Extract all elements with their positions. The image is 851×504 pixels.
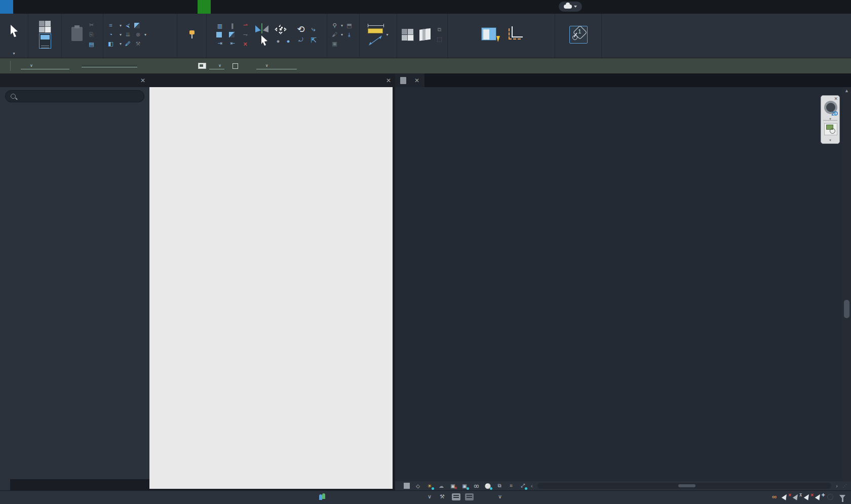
demolish-icon[interactable]: ⚒ bbox=[134, 40, 142, 48]
mirror-icon[interactable] bbox=[216, 32, 222, 37]
detail-level-icon[interactable] bbox=[404, 483, 410, 489]
worksharing-icon[interactable] bbox=[319, 493, 326, 500]
split-icon[interactable] bbox=[229, 32, 235, 37]
mirror-axis-icon[interactable] bbox=[254, 23, 269, 46]
tab-manage[interactable] bbox=[158, 0, 171, 14]
close-icon[interactable]: ✕ bbox=[414, 77, 419, 84]
modify-button[interactable] bbox=[7, 23, 22, 40]
offset-input[interactable] bbox=[82, 65, 137, 67]
close-icon[interactable]: ✕ bbox=[386, 77, 391, 84]
tab-steel[interactable] bbox=[40, 0, 53, 14]
tab-collaborate[interactable] bbox=[132, 0, 145, 14]
create-assembly-icon[interactable]: ⬚ bbox=[436, 35, 443, 43]
horizontal-scrollbar[interactable] bbox=[537, 483, 832, 489]
measure-icon[interactable] bbox=[368, 28, 383, 33]
drag-on-selection-icon[interactable]: ✛ bbox=[815, 493, 822, 500]
filter-button[interactable] bbox=[839, 495, 847, 499]
select-underlay-icon[interactable]: ✕ bbox=[782, 493, 789, 500]
tab-systems[interactable] bbox=[66, 0, 79, 14]
close-icon[interactable]: ✕ bbox=[834, 96, 838, 101]
activate-button[interactable] bbox=[186, 28, 198, 41]
select-by-face-icon[interactable]: ✕ bbox=[804, 493, 811, 500]
tab-file[interactable] bbox=[0, 0, 13, 14]
cut-to-clipboard-icon[interactable]: ✂ bbox=[88, 21, 95, 29]
temporary-hide-isolate-icon[interactable]: ⚪ bbox=[484, 483, 491, 489]
floor-plan-viewport[interactable]: ✕ 2D ▾ ▾ ▲ ▼ bbox=[395, 87, 851, 490]
join-button[interactable]: ◧▾ 🖉 ⚒ bbox=[107, 40, 142, 48]
measure-between-icon[interactable] bbox=[369, 35, 382, 46]
wall-sweep-icon[interactable]: ⮘ bbox=[124, 22, 132, 29]
bottom-tab-properties[interactable] bbox=[10, 479, 20, 490]
tab-addins[interactable] bbox=[171, 0, 184, 14]
paste-button[interactable] bbox=[69, 26, 85, 44]
tab-view[interactable] bbox=[145, 0, 158, 14]
tab-precast[interactable] bbox=[53, 0, 66, 14]
chevron-down-icon[interactable]: ∨ bbox=[496, 493, 504, 500]
rotate-icon[interactable]: ⟲ bbox=[297, 25, 305, 33]
panel-label-select[interactable]: ▾ bbox=[0, 49, 28, 58]
scroll-up-icon[interactable]: ▲ bbox=[842, 88, 851, 93]
scrollbar-thumb[interactable] bbox=[844, 300, 849, 318]
offset-icon[interactable]: ⇊ bbox=[124, 31, 132, 38]
leader-checkbox[interactable] bbox=[233, 63, 240, 69]
match-type-icon[interactable]: ▤ bbox=[88, 41, 95, 48]
select-pinned-icon[interactable]: ⊼ bbox=[793, 493, 800, 500]
pin-off-icon[interactable]: ⇀ bbox=[242, 21, 249, 29]
orientation-dropdown[interactable]: ∨ bbox=[209, 62, 224, 69]
scroll-right-icon[interactable]: › bbox=[836, 483, 838, 489]
room-dropdown[interactable]: ∨ bbox=[256, 62, 297, 69]
extend-icon[interactable]: ⇤ bbox=[229, 40, 237, 47]
create-group-icon[interactable] bbox=[401, 28, 414, 41]
design-option-icon[interactable] bbox=[465, 493, 474, 500]
chevron-down-icon[interactable]: ▾ bbox=[829, 138, 831, 142]
scale-icon[interactable]: ⤾ bbox=[297, 36, 305, 44]
copy-icon[interactable]: ● bbox=[275, 37, 282, 45]
align-icon[interactable]: ▥ bbox=[216, 22, 224, 30]
create-parts-icon[interactable] bbox=[418, 27, 432, 42]
paint-icon[interactable]: 🖉 bbox=[124, 40, 132, 48]
zoom-tool-icon[interactable] bbox=[824, 123, 837, 135]
brush-icon[interactable]: 🖌 bbox=[331, 31, 338, 38]
unjoin-icon[interactable]: ⊗ bbox=[134, 31, 142, 38]
toggle-bulb-icon[interactable]: ⚲ bbox=[331, 22, 338, 29]
drawing-area[interactable]: ✕ ✕ 2D ▾ ▾ ▲ ▼ ◇ ☀ bbox=[395, 73, 851, 490]
copy-to-clipboard-icon[interactable]: ⎘ bbox=[88, 31, 95, 38]
cut-button[interactable]: ◔▾ ⇊ ⊗▾ bbox=[107, 31, 146, 38]
align-elbow-icon[interactable]: ⇱ bbox=[310, 36, 318, 44]
move-elbow-icon[interactable]: ⤷ bbox=[310, 25, 318, 33]
place-rooms-automatically-button[interactable] bbox=[479, 26, 498, 43]
tab-modify-place-room[interactable] bbox=[198, 0, 211, 14]
tag-on-placement-button[interactable]: 1 bbox=[569, 26, 588, 44]
cloud-menu-button[interactable] bbox=[559, 2, 582, 12]
select-links-icon[interactable]: ∞ bbox=[772, 493, 777, 500]
tab-structure[interactable] bbox=[26, 0, 40, 14]
chevron-down-icon[interactable]: ∨ bbox=[426, 493, 434, 500]
active-workset-button[interactable]: ⚒ bbox=[438, 493, 447, 500]
editable-only-icon[interactable] bbox=[452, 493, 460, 500]
unpin-icon[interactable]: ⇁ bbox=[242, 31, 249, 38]
hidden-box-icon[interactable]: ▣ bbox=[331, 40, 338, 48]
editing-requests-icon[interactable] bbox=[827, 494, 833, 500]
resize-grip-icon[interactable]: ⋰ bbox=[842, 483, 847, 488]
properties-icon[interactable] bbox=[39, 33, 51, 49]
show-crop-region-icon[interactable]: ▣ bbox=[461, 483, 468, 489]
sun-path-icon[interactable]: ☀ bbox=[426, 483, 433, 489]
tab-insert[interactable] bbox=[79, 0, 92, 14]
visual-style-icon[interactable]: ◇ bbox=[414, 483, 421, 489]
user-interface-icon[interactable] bbox=[38, 20, 52, 32]
bottom-tab-project-browser[interactable] bbox=[0, 479, 10, 490]
scrollbar-thumb[interactable] bbox=[678, 484, 695, 487]
collapse-icon[interactable]: ‹ bbox=[531, 483, 533, 489]
tab-annotate[interactable] bbox=[92, 0, 105, 14]
cope-icon[interactable] bbox=[134, 23, 140, 28]
vertical-scrollbar[interactable]: ▲ ▼ bbox=[842, 87, 851, 490]
navigation-bar[interactable]: ✕ 2D ▾ ▾ bbox=[821, 95, 840, 144]
works-sharing-display-icon[interactable]: ⧉ bbox=[496, 483, 503, 489]
highlight-boundaries-button[interactable] bbox=[506, 26, 524, 43]
search-input[interactable] bbox=[5, 90, 144, 102]
reveal-hidden-elements-icon[interactable]: oo bbox=[473, 483, 480, 489]
tab-massing-site[interactable] bbox=[119, 0, 132, 14]
tab-analyze[interactable] bbox=[105, 0, 119, 14]
tab-architecture[interactable] bbox=[13, 0, 26, 14]
array-icon[interactable]: ● bbox=[285, 37, 292, 45]
